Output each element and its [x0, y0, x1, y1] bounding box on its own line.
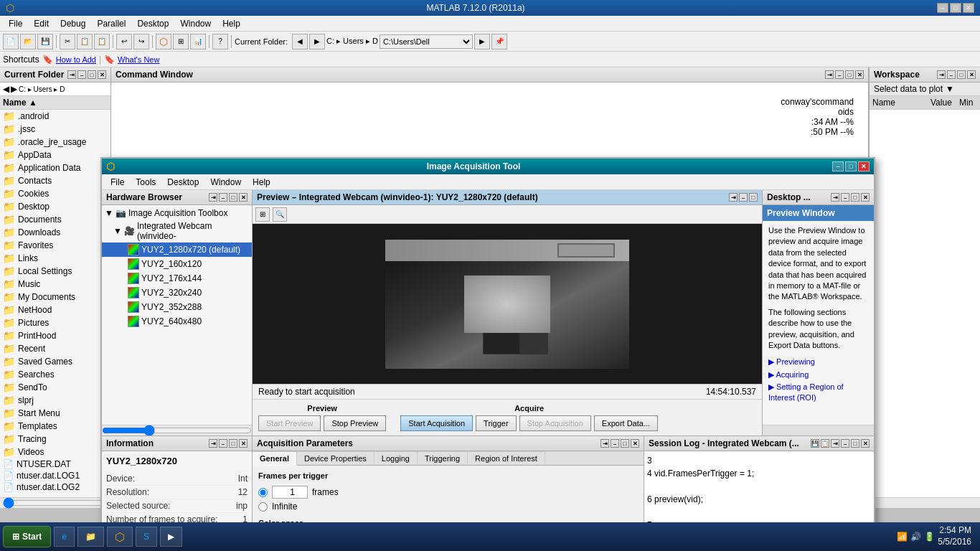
folder-item-android[interactable]: 📁.android: [0, 110, 110, 123]
toolbar-undo[interactable]: ↩: [116, 34, 132, 50]
folder-item-desktop[interactable]: 📁Desktop: [0, 200, 110, 213]
folder-item-downloads[interactable]: 📁Downloads: [0, 226, 110, 239]
ip-max-btn[interactable]: □: [229, 439, 237, 448]
hw-max-btn[interactable]: □: [229, 193, 237, 202]
folder-item-ntuser-log2[interactable]: 📄ntuser.dat.LOG2: [0, 481, 110, 493]
start-acquisition-btn[interactable]: Start Acquisition: [400, 415, 473, 431]
folder-item-recent[interactable]: 📁Recent: [0, 342, 110, 355]
cw-max-btn[interactable]: □: [845, 70, 854, 79]
toolbar-folder-browse[interactable]: ▶: [474, 34, 490, 50]
frames-infinite-radio[interactable]: [258, 502, 268, 512]
folder-item-jssc[interactable]: 📁.jssc: [0, 123, 110, 136]
ws-dock-btn[interactable]: ⇥: [937, 70, 946, 79]
folder-item-cookies[interactable]: 📁Cookies: [0, 187, 110, 200]
desktop-scrollbar[interactable]: [763, 425, 874, 435]
folder-item-ntuser[interactable]: 📄NTUSER.DAT: [0, 458, 110, 470]
iat-menu-help[interactable]: Help: [247, 176, 276, 189]
tray-time[interactable]: 2:54 PM 5/5/2016: [938, 525, 971, 547]
preview-zoom-btn[interactable]: 🔍: [273, 207, 287, 222]
sl-close-btn[interactable]: ✕: [861, 439, 870, 448]
start-button[interactable]: ⊞ Start: [3, 526, 51, 547]
cf-min-btn[interactable]: –: [77, 70, 86, 79]
workspace-scrollbar[interactable]: [870, 497, 980, 508]
hw-camera-item[interactable]: ▼ 🎥 Integrated Webcam (winvideo-: [102, 220, 252, 242]
ip-min-btn[interactable]: –: [219, 439, 227, 448]
tab-triggering[interactable]: Triggering: [418, 451, 468, 465]
folder-item-savedgames[interactable]: 📁Saved Games: [0, 355, 110, 368]
stop-preview-btn[interactable]: Stop Preview: [324, 415, 386, 431]
how-to-add-link[interactable]: How to Add: [56, 55, 96, 64]
ap-dock-btn[interactable]: ⇥: [600, 439, 609, 448]
folder-nav-back[interactable]: ◀: [3, 84, 9, 94]
ap-min-btn[interactable]: –: [611, 439, 619, 448]
trigger-btn[interactable]: Trigger: [476, 415, 516, 431]
toolbar-paste[interactable]: 📋: [94, 34, 110, 50]
ap-close-btn[interactable]: ✕: [631, 439, 639, 448]
toolbar-folder-forward[interactable]: ▶: [309, 34, 325, 50]
hw-format-default[interactable]: YUY2_1280x720 (default): [102, 242, 252, 257]
iat-menu-tools[interactable]: Tools: [130, 176, 161, 189]
hw-hscroll[interactable]: [102, 425, 252, 435]
iat-menu-file[interactable]: File: [105, 176, 130, 189]
hw-format-4[interactable]: YUY2_352x288: [102, 300, 252, 314]
frames-count-radio[interactable]: [258, 488, 268, 497]
hw-format-1[interactable]: YUY2_160x120: [102, 257, 252, 271]
preview-select-btn[interactable]: ⊞: [255, 207, 270, 222]
ws-max-btn[interactable]: □: [957, 70, 966, 79]
sl-max-btn[interactable]: □: [851, 439, 859, 448]
folder-item-appdata[interactable]: 📁AppData: [0, 149, 110, 161]
iat-menu-desktop[interactable]: Desktop: [161, 176, 204, 189]
start-preview-btn[interactable]: Start Preview: [258, 415, 321, 431]
folder-item-favorites[interactable]: 📁Favorites: [0, 239, 110, 252]
export-data-btn[interactable]: Export Data...: [594, 415, 658, 431]
toolbar-folder-back[interactable]: ◀: [292, 34, 308, 50]
tab-roi[interactable]: Region of Interest: [468, 451, 545, 465]
cf-max-btn[interactable]: □: [88, 70, 96, 79]
cf-dock-btn[interactable]: ⇥: [67, 70, 76, 79]
toolbar-help[interactable]: ?: [212, 34, 228, 50]
cw-content[interactable]: conway'scommand oids :34 AM --% :50 PM -…: [781, 97, 854, 137]
iat-restore-btn[interactable]: □: [845, 161, 857, 171]
toolbar-open[interactable]: 📂: [20, 34, 36, 50]
toolbar-cut[interactable]: ✂: [60, 34, 75, 50]
folder-item-ntuser-log1[interactable]: 📄ntuser.dat.LOG1: [0, 470, 110, 481]
menu-window[interactable]: Window: [174, 17, 217, 30]
hw-scroll-slider[interactable]: [102, 428, 252, 433]
folder-item-nethood[interactable]: 📁NetHood: [0, 303, 110, 316]
help-link-previewing[interactable]: ▶ Previewing: [768, 357, 868, 367]
iat-close-btn[interactable]: ✕: [858, 161, 870, 171]
sl-save-btn[interactable]: 💾: [811, 439, 819, 448]
menu-edit[interactable]: Edit: [28, 17, 55, 30]
folder-item-music[interactable]: 📁Music: [0, 278, 110, 291]
folder-list[interactable]: 📁.android 📁.jssc 📁.oracle_jre_usage 📁App…: [0, 110, 110, 497]
menu-desktop[interactable]: Desktop: [131, 17, 174, 30]
menu-help[interactable]: Help: [217, 17, 246, 30]
hw-close-btn[interactable]: ✕: [239, 193, 248, 202]
folder-item-startmenu[interactable]: 📁Start Menu: [0, 407, 110, 420]
help-link-roi[interactable]: ▶ Setting a Region of Interest (ROI): [768, 382, 868, 404]
taskbar-skype[interactable]: S: [136, 527, 157, 547]
select-data-arrow[interactable]: ▼: [946, 84, 954, 94]
ws-close-btn[interactable]: ✕: [967, 70, 976, 79]
toolbar-folder-pin[interactable]: 📌: [491, 34, 507, 50]
folder-item-contacts[interactable]: 📁Contacts: [0, 174, 110, 187]
taskbar-matlab[interactable]: ⬡: [107, 527, 133, 547]
toolbar-guiide[interactable]: ⊞: [173, 34, 189, 50]
menu-debug[interactable]: Debug: [55, 17, 91, 30]
folder-item-videos[interactable]: 📁Videos: [0, 446, 110, 458]
hw-format-5[interactable]: YUY2_640x480: [102, 314, 252, 329]
frames-count-input[interactable]: [272, 486, 308, 499]
folder-item-printhood[interactable]: 📁PrintHood: [0, 329, 110, 342]
folder-item-documents[interactable]: 📁Documents: [0, 213, 110, 226]
hw-min-btn[interactable]: –: [219, 193, 227, 202]
dp-close-btn[interactable]: ✕: [861, 193, 870, 202]
current-folder-dropdown[interactable]: C:\Users\Dell: [380, 34, 473, 49]
help-link-acquiring[interactable]: ▶ Acquiring: [768, 369, 868, 380]
preview-undock-btn[interactable]: ⇥: [729, 193, 738, 202]
preview-max-btn[interactable]: □: [749, 193, 758, 202]
folder-item-oracle[interactable]: 📁.oracle_jre_usage: [0, 136, 110, 149]
toolbar-save[interactable]: 💾: [37, 34, 53, 50]
hw-toolbox-item[interactable]: ▼ 📷 Image Acquisition Toolbox: [102, 205, 252, 220]
toolbar-copy[interactable]: 📋: [77, 34, 93, 50]
hw-dock-btn[interactable]: ⇥: [209, 193, 217, 202]
